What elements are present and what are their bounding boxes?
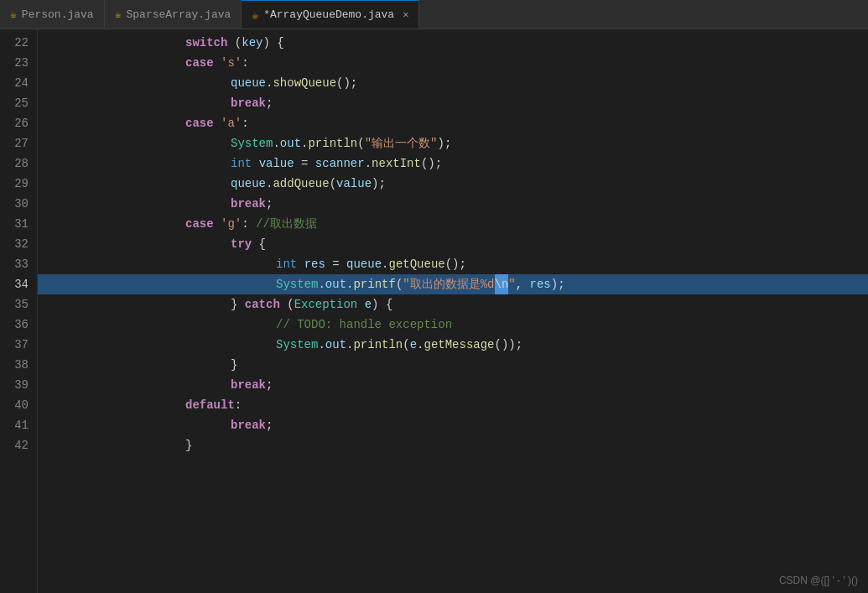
code-line-27: System.out.println("输出一个数"); bbox=[38, 133, 868, 153]
line-num-38: 38 bbox=[0, 355, 29, 375]
code-line-37: System.out.println(e.getMessage()); bbox=[38, 335, 868, 355]
code-line-33: int res = queue.getQueue(); bbox=[38, 254, 868, 274]
code-line-34: System.out.printf("取出的数据是%d\n", res); bbox=[38, 274, 868, 294]
java-file-icon: ☕ bbox=[115, 8, 122, 21]
line-num-33: 33 bbox=[0, 254, 29, 274]
line-num-39: 39 bbox=[0, 375, 29, 395]
java-file-icon: ☕ bbox=[10, 8, 17, 21]
keyword-switch: switch bbox=[185, 33, 227, 53]
code-line-39: break; bbox=[38, 375, 868, 395]
code-line-35: } catch (Exception e) { bbox=[38, 294, 868, 315]
tab-label: Person.java bbox=[22, 8, 94, 21]
line-num-37: 37 bbox=[0, 335, 29, 355]
line-num-32: 32 bbox=[0, 234, 29, 254]
line-num-36: 36 bbox=[0, 315, 29, 335]
code-line-23: case 's': bbox=[38, 53, 868, 73]
code-line-26: case 'a': bbox=[38, 113, 868, 133]
watermark: CSDN @([] ' - ' )() bbox=[779, 575, 858, 586]
tab-label: *ArrayQueueDemo.java bbox=[263, 8, 394, 21]
code-line-29: queue.addQueue(value); bbox=[38, 174, 868, 194]
code-content[interactable]: switch (key) { case 's': queue.showQueue… bbox=[38, 29, 868, 593]
tab-person-java[interactable]: ☕ Person.java bbox=[0, 0, 105, 29]
code-line-28: int value = scanner.nextInt(); bbox=[38, 153, 868, 174]
line-num-24: 24 bbox=[0, 73, 29, 93]
line-num-29: 29 bbox=[0, 174, 29, 194]
code-line-24: queue.showQueue(); bbox=[38, 73, 868, 93]
line-num-26: 26 bbox=[0, 113, 29, 133]
line-num-41: 41 bbox=[0, 415, 29, 435]
line-num-28: 28 bbox=[0, 153, 29, 174]
line-num-27: 27 bbox=[0, 133, 29, 153]
line-num-34: 34 bbox=[0, 274, 29, 294]
code-line-42: } bbox=[38, 435, 868, 455]
line-num-22: 22 bbox=[0, 33, 29, 53]
line-num-42: 42 bbox=[0, 435, 29, 455]
line-num-40: 40 bbox=[0, 395, 29, 415]
code-line-38: } bbox=[38, 355, 868, 375]
tab-arrayqueuedemo-java[interactable]: ☕ *ArrayQueueDemo.java ✕ bbox=[242, 0, 419, 29]
code-line-31: case 'g': //取出数据 bbox=[38, 214, 868, 234]
code-line-40: default: bbox=[38, 395, 868, 415]
tab-sparsearray-java[interactable]: ☕ SparseArray.java bbox=[105, 0, 242, 29]
line-num-23: 23 bbox=[0, 53, 29, 73]
line-num-35: 35 bbox=[0, 294, 29, 315]
code-line-32: try { bbox=[38, 234, 868, 254]
code-line-30: break; bbox=[38, 194, 868, 214]
line-num-30: 30 bbox=[0, 194, 29, 214]
tab-label: SparseArray.java bbox=[126, 8, 231, 21]
java-file-icon: ☕ bbox=[252, 8, 258, 22]
tab-bar: ☕ Person.java ☕ SparseArray.java ☕ *Arra… bbox=[0, 0, 868, 29]
code-line-41: break; bbox=[38, 415, 868, 435]
editor-area: 22 23 24 25 26 27 28 29 30 31 32 33 34 3… bbox=[0, 29, 868, 593]
code-line-22: switch (key) { bbox=[38, 33, 868, 53]
code-line-25: break; bbox=[38, 93, 868, 113]
line-numbers: 22 23 24 25 26 27 28 29 30 31 32 33 34 3… bbox=[0, 29, 38, 593]
line-num-31: 31 bbox=[0, 214, 29, 234]
tab-close-icon[interactable]: ✕ bbox=[403, 8, 408, 21]
code-line-36: ⚠ // TODO: handle exception bbox=[38, 315, 868, 335]
line-num-25: 25 bbox=[0, 93, 29, 113]
